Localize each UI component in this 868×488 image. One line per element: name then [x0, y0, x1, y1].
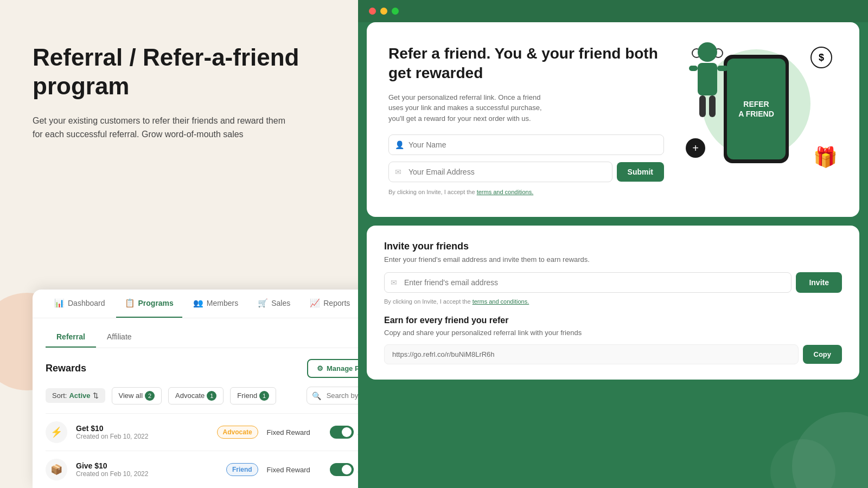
- sub-tabs: Referral Affiliate: [46, 327, 358, 348]
- svg-rect-5: [689, 66, 698, 71]
- svg-rect-6: [717, 66, 728, 71]
- active-toggle-2[interactable]: [330, 463, 354, 476]
- search-icon: 🔍: [312, 391, 321, 400]
- reward-type-2: Fixed Reward: [267, 466, 321, 474]
- advocate-filter[interactable]: Advocate 1: [168, 387, 224, 404]
- browser-maximize-dot: [392, 8, 399, 15]
- referral-url: https://go.refrl.co/r/buNiM8LrR6h: [384, 344, 799, 364]
- invite-desc: Enter your friend's email address and in…: [384, 255, 842, 264]
- referral-card: Refer a friend. You & your friend both g…: [367, 22, 859, 217]
- name-input-row: 👤: [388, 134, 664, 155]
- dashboard-icon: 📊: [54, 298, 65, 308]
- members-icon: 👥: [193, 298, 203, 308]
- manage-priority-icon: ⚙: [317, 364, 323, 373]
- email-input-row: ✉ Submit: [388, 162, 664, 182]
- copy-row: https://go.refrl.co/r/buNiM8LrR6h Copy: [384, 344, 842, 364]
- reward-type-1: Fixed Reward: [267, 428, 321, 436]
- browser-chrome: [358, 0, 868, 22]
- friend-filter[interactable]: Friend 1: [230, 387, 276, 404]
- nav-tabs: 📊 Dashboard 📋 Programs 👥 Members 🛒 Sales…: [33, 290, 358, 318]
- earn-title: Earn for every friend you refer: [384, 316, 842, 325]
- invite-terms: By clicking on Invite, I accept the term…: [384, 298, 842, 305]
- reward-name-1: Get $10: [76, 424, 208, 433]
- subtab-affiliate[interactable]: Affiliate: [96, 327, 143, 348]
- gift-icon: 🎁: [813, 146, 838, 169]
- referral-title: Refer a friend. You & your friend both g…: [388, 44, 664, 84]
- man-figure: [686, 38, 729, 136]
- view-all-badge: 2: [145, 391, 155, 401]
- reward-icon-2: 📦: [46, 459, 67, 480]
- subtab-referral[interactable]: Referral: [46, 327, 96, 348]
- left-panel: Referral / Refer-a-friend program Get yo…: [0, 0, 358, 488]
- referral-terms: By clicking on Invite, I accept the term…: [388, 189, 664, 195]
- sort-icon: ⇅: [93, 391, 99, 400]
- reward-info-2: Give $10 Created on Feb 10, 2022: [76, 461, 218, 478]
- referral-card-left: Refer a friend. You & your friend both g…: [388, 44, 664, 195]
- manage-priority-button[interactable]: ⚙ Manage Priority: [307, 359, 358, 378]
- right-panel: Refer a friend. You & your friend both g…: [358, 0, 868, 488]
- name-input[interactable]: [388, 134, 664, 155]
- phone-screen: REFER A FRIEND: [727, 59, 786, 159]
- advocate-badge: 1: [207, 391, 216, 401]
- rewards-actions: ⚙ Manage Priority ⊕ Create a reward: [307, 359, 358, 378]
- dashboard-card: 📊 Dashboard 📋 Programs 👥 Members 🛒 Sales…: [33, 290, 358, 488]
- reward-date-2: Created on Feb 10, 2022: [76, 470, 218, 478]
- reward-badge-1: Advocate: [217, 426, 258, 439]
- svg-point-3: [698, 42, 717, 62]
- reward-info-1: Get $10 Created on Feb 10, 2022: [76, 424, 208, 440]
- browser-minimize-dot: [380, 8, 387, 15]
- sales-icon: 🛒: [258, 298, 268, 308]
- email-icon: ✉: [395, 168, 401, 176]
- earn-desc: Copy and share your personalized referra…: [384, 329, 842, 337]
- search-wrap: 🔍: [307, 387, 358, 404]
- reward-date-1: Created on Feb 10, 2022: [76, 433, 208, 440]
- reward-name-2: Give $10: [76, 461, 218, 470]
- hero-desc: Get your existing customers to refer the…: [33, 114, 293, 142]
- programs-icon: 📋: [125, 298, 135, 308]
- toggle-wrap-1: Active: [330, 426, 358, 439]
- filter-left: Sort: Active ⇅ View all 2 Advocate 1 Fri…: [46, 387, 276, 404]
- search-area: 🔍 Search: [307, 387, 358, 404]
- hero-title: Referral / Refer-a-friend program: [33, 43, 326, 101]
- tab-programs[interactable]: 📋 Programs: [116, 290, 182, 318]
- rewards-title: Rewards: [46, 363, 86, 374]
- phone-illustration: REFER A FRIEND: [724, 55, 789, 163]
- svg-rect-4: [698, 63, 717, 95]
- invite-email-row: ✉ Invite: [384, 272, 842, 293]
- plus-icon: +: [686, 138, 705, 158]
- email-input[interactable]: [388, 162, 612, 182]
- reward-icon-1: ⚡: [46, 421, 67, 443]
- terms-link[interactable]: terms and conditions.: [477, 189, 534, 195]
- reward-badge-2: Friend: [226, 463, 258, 476]
- reports-icon: 📈: [310, 298, 320, 308]
- reward-row-1: ⚡ Get $10 Created on Feb 10, 2022 Advoca…: [46, 413, 358, 451]
- invite-terms-link[interactable]: terms and conditions.: [473, 298, 529, 305]
- browser-close-dot: [369, 8, 376, 15]
- referral-desc: Get your personalized referral link. Onc…: [388, 92, 551, 124]
- filter-bar: Sort: Active ⇅ View all 2 Advocate 1 Fri…: [46, 387, 358, 404]
- svg-rect-7: [699, 95, 706, 117]
- svg-rect-8: [709, 95, 716, 117]
- active-toggle-1[interactable]: [330, 426, 354, 439]
- tab-dashboard[interactable]: 📊 Dashboard: [46, 290, 114, 318]
- sort-pill[interactable]: Sort: Active ⇅: [46, 388, 105, 403]
- dash-body: Referral Affiliate Rewards ⚙ Manage Prio…: [33, 318, 358, 488]
- rewards-header: Rewards ⚙ Manage Priority ⊕ Create a rew…: [46, 359, 358, 378]
- invite-email-icon: ✉: [391, 278, 397, 287]
- invite-card: Invite your friends Enter your friend's …: [367, 226, 859, 380]
- referral-illustration: $ REFER A FRIEND + 🎁: [686, 44, 838, 174]
- person-icon: 👤: [395, 140, 404, 149]
- toggle-wrap-2: Active: [330, 463, 358, 476]
- dollar-icon: $: [810, 47, 832, 68]
- invite-button[interactable]: Invite: [796, 272, 842, 293]
- reward-row-2: 📦 Give $10 Created on Feb 10, 2022 Frien…: [46, 451, 358, 488]
- submit-button[interactable]: Submit: [617, 162, 664, 182]
- invite-email-input[interactable]: [384, 272, 792, 293]
- view-all-filter[interactable]: View all 2: [112, 387, 162, 404]
- tab-reports[interactable]: 📈 Reports: [301, 290, 358, 318]
- tab-sales[interactable]: 🛒 Sales: [249, 290, 299, 318]
- tab-members[interactable]: 👥 Members: [184, 290, 247, 318]
- friend-badge: 1: [259, 391, 269, 401]
- invite-title: Invite your friends: [384, 241, 842, 252]
- copy-button[interactable]: Copy: [803, 345, 843, 364]
